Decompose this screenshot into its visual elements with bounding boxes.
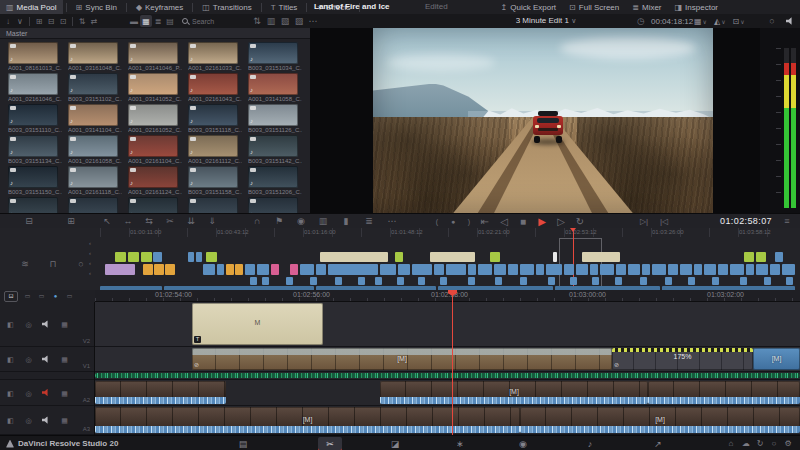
media-clip[interactable]: ♪B003_03151110_C.. xyxy=(4,102,64,133)
trim-mode-icon[interactable]: ↔ xyxy=(121,215,135,228)
timeline-view-icon[interactable]: ▥ xyxy=(316,215,330,228)
timeline-options-icon[interactable]: ≡ xyxy=(780,215,794,228)
media-clip[interactable]: ♪A001_02161043_C.. xyxy=(184,71,244,102)
update-icon[interactable]: ↻ xyxy=(753,437,767,450)
play-button[interactable]: ▶ xyxy=(535,215,549,228)
notifications-icon[interactable]: ○ xyxy=(767,437,781,450)
bin-header[interactable]: Master xyxy=(0,28,310,39)
options-icon[interactable]: ⋯ xyxy=(385,215,399,228)
page-cut[interactable]: ✂ xyxy=(318,437,342,450)
flag-icon[interactable]: ⚑ xyxy=(272,215,286,228)
tab-media-pool[interactable]: ▥Media Pool xyxy=(0,0,63,14)
remove-bin-icon[interactable]: ⊟ xyxy=(45,15,57,27)
media-clip[interactable]: ♪A001_02161124_C.. xyxy=(124,164,184,195)
timeline-clip[interactable] xyxy=(648,381,800,404)
timeline-clip[interactable]: [M] xyxy=(95,407,520,433)
step-forward-button[interactable]: ▷ xyxy=(554,215,568,228)
filmstrip-icon[interactable]: ▦ xyxy=(60,318,69,331)
media-clip[interactable]: ♪A001_02161052_C.. xyxy=(124,102,184,133)
timeline-clip[interactable]: 175%⊘ xyxy=(612,348,753,370)
timeline-selector[interactable]: 3 Minute Edit 1 ∨ xyxy=(476,14,616,28)
full-screen-button[interactable]: ⊡Full Screen xyxy=(569,3,619,12)
media-clip[interactable]: ♪B003_03151102_C.. xyxy=(64,71,124,102)
page-color[interactable]: ◉ xyxy=(511,437,535,450)
mute-speaker-icon[interactable] xyxy=(42,320,51,328)
media-clip[interactable]: ♪B003_03151222_C.. xyxy=(184,195,244,213)
dynamic-trim-icon[interactable]: ⇆ xyxy=(142,215,156,228)
lock-icon[interactable]: ◧ xyxy=(6,353,15,366)
smart-bin-icon[interactable]: ⊡ xyxy=(57,15,69,27)
minimap-body[interactable]: 01:00:11:0001:00:43:1201:01:16:0001:01:4… xyxy=(100,228,795,290)
first-frame-button[interactable]: ⇤ xyxy=(478,215,492,228)
record-icon[interactable]: ● xyxy=(446,215,460,228)
minimap-audio-icon[interactable]: ≋ xyxy=(18,258,32,271)
auto-select-icon[interactable]: ◎ xyxy=(24,386,33,399)
timeline-clip[interactable]: [M]⊘ xyxy=(192,348,612,370)
step-back-button[interactable]: ◁ xyxy=(497,215,511,228)
media-clip[interactable]: ♪A001_02161046_C.. xyxy=(4,71,64,102)
play-out-icon[interactable]: ) xyxy=(462,215,476,228)
metadata-view-icon[interactable]: ▤ xyxy=(164,15,176,27)
media-clip[interactable]: ♪A001_02161033_C.. xyxy=(184,40,244,71)
import-options-chevron-icon[interactable]: ∨ xyxy=(14,15,26,27)
razor-tool-icon[interactable]: ✂ xyxy=(163,215,177,228)
search-box[interactable]: Search xyxy=(182,18,214,25)
relink-media-icon[interactable]: ⇄ xyxy=(88,15,100,27)
minimap-ruler[interactable] xyxy=(100,228,795,237)
mixer-panel-icon[interactable]: ≣ xyxy=(362,215,376,228)
clip-color-icon[interactable]: ▨ xyxy=(292,15,306,28)
viewer-overlay-icon[interactable]: ▦∨ xyxy=(694,17,707,26)
media-clip[interactable]: ♪B003_03151126_C.. xyxy=(244,102,304,133)
page-fairlight[interactable]: ♪ xyxy=(578,437,602,450)
playhead[interactable] xyxy=(452,290,453,435)
usage-icon[interactable]: ▧ xyxy=(278,15,292,28)
filmstrip-icon[interactable]: ▦ xyxy=(60,414,69,427)
filmstrip-icon[interactable]: ▦ xyxy=(60,386,69,399)
clip-filter-icon[interactable]: ▥ xyxy=(264,15,278,28)
media-clip[interactable]: ♪A001_03141058_C.. xyxy=(244,71,304,102)
lock-icon[interactable]: ◧ xyxy=(6,386,15,399)
media-clip[interactable]: ♪B003_03151206_C.. xyxy=(244,164,304,195)
refresh-icon[interactable]: ○ xyxy=(765,15,779,28)
auto-select-icon[interactable]: ◎ xyxy=(24,318,33,331)
quick-export-button[interactable]: ↥Quick Export xyxy=(501,3,557,12)
timeline-clip[interactable]: [M] xyxy=(753,348,800,370)
media-clip[interactable]: ♪B003_03151118_C.. xyxy=(184,102,244,133)
minimap-markers-icon[interactable]: ⊓ xyxy=(46,258,60,271)
view-more-icon[interactable]: ▭ xyxy=(65,290,74,303)
media-clip[interactable]: ♪A001_02161118_C.. xyxy=(64,164,124,195)
timeline-clip[interactable] xyxy=(95,373,800,378)
filmstrip-view-icon[interactable]: ▬ xyxy=(128,15,140,27)
minimap-zoom-icon[interactable]: ○ xyxy=(74,258,88,271)
media-clip[interactable]: ♪B003_03151158_C.. xyxy=(184,164,244,195)
tab-sync-bin[interactable]: ⊞Sync Bin xyxy=(70,0,123,14)
page-media[interactable]: ▤ xyxy=(231,437,255,450)
loop-button[interactable]: ↻ xyxy=(573,215,587,228)
thumbnail-view-icon[interactable]: ▦ xyxy=(140,15,152,27)
media-clip[interactable]: ♪B003_03151142_C.. xyxy=(244,133,304,164)
viewer-scale-icon[interactable]: ◭∨ xyxy=(714,17,726,26)
more-options-icon[interactable]: ⋯ xyxy=(306,15,320,28)
lock-icon[interactable]: ◧ xyxy=(6,414,15,427)
media-clip[interactable]: ♪A001_03141104_C.. xyxy=(64,102,124,133)
media-clip[interactable]: ♪A001_03141046_P.. xyxy=(124,40,184,71)
speaker-icon[interactable] xyxy=(786,17,795,25)
media-clip[interactable]: ♪B003_03151150_C.. xyxy=(4,164,64,195)
timeline-view-options-icon[interactable]: ⊡ xyxy=(4,291,18,302)
media-clip[interactable]: ♪B003_03151214_C.. xyxy=(64,195,124,213)
cloud-icon[interactable]: ☁ xyxy=(739,437,753,450)
timeline-clip[interactable]: MT xyxy=(192,303,323,345)
timeline-clip[interactable]: [M] xyxy=(380,381,648,404)
media-clip[interactable]: ♪B003_03151034_C.. xyxy=(244,40,304,71)
tab-transitions[interactable]: ◫Transitions xyxy=(196,0,257,14)
mute-speaker-icon[interactable] xyxy=(42,355,51,363)
media-clip[interactable]: ♪A001_02161112_C.. xyxy=(184,133,244,164)
tab-titles[interactable]: TTitles xyxy=(265,0,304,14)
new-bin-icon[interactable]: ⊞ xyxy=(33,15,45,27)
audio-meters-icon[interactable]: ▮ xyxy=(339,215,353,228)
sync-audio-icon[interactable]: ⇅ xyxy=(76,15,88,27)
timeline-bin-icon[interactable]: ⊞ xyxy=(64,215,78,228)
stop-button[interactable]: ■ xyxy=(516,215,530,228)
list-view-icon[interactable]: ≣ xyxy=(152,15,164,27)
mixer-button[interactable]: ≣Mixer xyxy=(632,3,661,12)
